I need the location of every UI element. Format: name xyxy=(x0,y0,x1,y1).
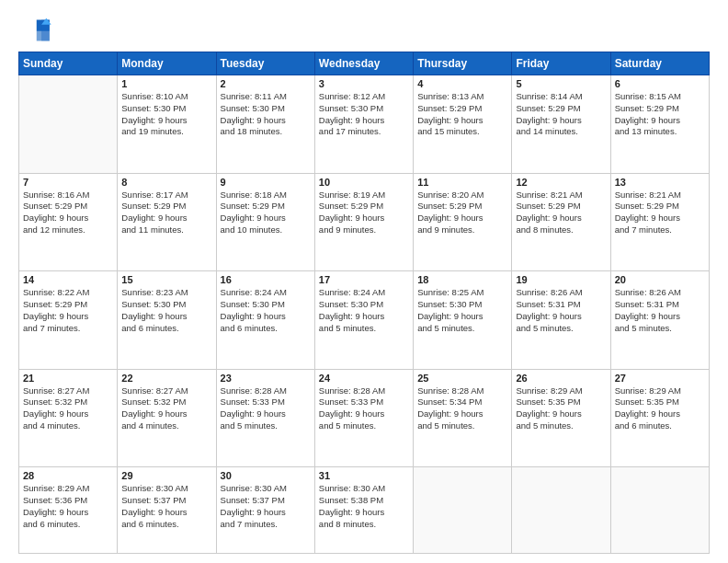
calendar-cell: 7Sunrise: 8:16 AM Sunset: 5:29 PM Daylig… xyxy=(19,173,118,271)
day-number: 15 xyxy=(121,274,211,285)
day-number: 10 xyxy=(319,177,409,188)
calendar-week-row: 21Sunrise: 8:27 AM Sunset: 5:32 PM Dayli… xyxy=(19,369,710,467)
day-number: 5 xyxy=(516,78,606,89)
day-number: 26 xyxy=(516,373,606,384)
day-info: Sunrise: 8:14 AM Sunset: 5:29 PM Dayligh… xyxy=(516,91,606,138)
calendar-cell: 25Sunrise: 8:28 AM Sunset: 5:34 PM Dayli… xyxy=(414,369,512,467)
day-info: Sunrise: 8:28 AM Sunset: 5:33 PM Dayligh… xyxy=(319,385,409,432)
day-number: 18 xyxy=(417,274,507,285)
calendar-cell: 14Sunrise: 8:22 AM Sunset: 5:29 PM Dayli… xyxy=(19,271,118,370)
calendar-cell: 20Sunrise: 8:26 AM Sunset: 5:31 PM Dayli… xyxy=(610,271,709,370)
weekday-header: Friday xyxy=(512,52,610,75)
calendar-cell: 16Sunrise: 8:24 AM Sunset: 5:30 PM Dayli… xyxy=(216,271,314,370)
calendar-cell: 23Sunrise: 8:28 AM Sunset: 5:33 PM Dayli… xyxy=(216,369,314,467)
day-number: 22 xyxy=(121,373,211,384)
day-info: Sunrise: 8:12 AM Sunset: 5:30 PM Dayligh… xyxy=(319,91,409,138)
calendar-week-row: 7Sunrise: 8:16 AM Sunset: 5:29 PM Daylig… xyxy=(19,173,710,271)
day-number: 11 xyxy=(417,177,507,188)
day-number: 25 xyxy=(417,373,507,384)
calendar-cell xyxy=(414,467,512,554)
calendar-cell: 6Sunrise: 8:15 AM Sunset: 5:29 PM Daylig… xyxy=(610,75,709,174)
day-info: Sunrise: 8:13 AM Sunset: 5:29 PM Dayligh… xyxy=(417,91,507,138)
day-number: 19 xyxy=(516,274,606,285)
weekday-header: Saturday xyxy=(610,52,709,75)
day-info: Sunrise: 8:21 AM Sunset: 5:29 PM Dayligh… xyxy=(615,190,705,236)
calendar-week-row: 1Sunrise: 8:10 AM Sunset: 5:30 PM Daylig… xyxy=(19,75,710,174)
weekday-header: Sunday xyxy=(19,52,118,75)
day-info: Sunrise: 8:11 AM Sunset: 5:30 PM Dayligh… xyxy=(221,91,311,138)
day-info: Sunrise: 8:24 AM Sunset: 5:30 PM Dayligh… xyxy=(319,287,409,334)
calendar-cell: 5Sunrise: 8:14 AM Sunset: 5:29 PM Daylig… xyxy=(512,75,610,174)
calendar-cell: 17Sunrise: 8:24 AM Sunset: 5:30 PM Dayli… xyxy=(314,271,413,370)
page: SundayMondayTuesdayWednesdayThursdayFrid… xyxy=(0,0,728,563)
calendar-cell: 9Sunrise: 8:18 AM Sunset: 5:29 PM Daylig… xyxy=(216,173,314,271)
day-info: Sunrise: 8:19 AM Sunset: 5:29 PM Dayligh… xyxy=(319,190,409,236)
day-number: 21 xyxy=(23,373,113,384)
day-number: 31 xyxy=(319,470,409,481)
header xyxy=(18,17,710,44)
day-number: 28 xyxy=(23,470,113,481)
day-number: 1 xyxy=(121,78,211,89)
calendar-cell: 10Sunrise: 8:19 AM Sunset: 5:29 PM Dayli… xyxy=(314,173,413,271)
day-number: 17 xyxy=(319,274,409,285)
calendar-cell: 13Sunrise: 8:21 AM Sunset: 5:29 PM Dayli… xyxy=(610,173,709,271)
day-info: Sunrise: 8:24 AM Sunset: 5:30 PM Dayligh… xyxy=(221,287,311,334)
calendar-cell: 15Sunrise: 8:23 AM Sunset: 5:30 PM Dayli… xyxy=(118,271,216,370)
logo-icon xyxy=(18,17,51,44)
calendar-cell: 26Sunrise: 8:29 AM Sunset: 5:35 PM Dayli… xyxy=(512,369,610,467)
day-info: Sunrise: 8:27 AM Sunset: 5:32 PM Dayligh… xyxy=(121,385,211,432)
day-number: 9 xyxy=(221,177,311,188)
calendar-week-row: 14Sunrise: 8:22 AM Sunset: 5:29 PM Dayli… xyxy=(19,271,710,370)
day-number: 13 xyxy=(615,177,705,188)
calendar-cell: 18Sunrise: 8:25 AM Sunset: 5:30 PM Dayli… xyxy=(414,271,512,370)
day-info: Sunrise: 8:30 AM Sunset: 5:38 PM Dayligh… xyxy=(319,483,409,530)
day-info: Sunrise: 8:29 AM Sunset: 5:35 PM Dayligh… xyxy=(615,385,705,432)
calendar-cell: 3Sunrise: 8:12 AM Sunset: 5:30 PM Daylig… xyxy=(314,75,413,174)
day-info: Sunrise: 8:20 AM Sunset: 5:29 PM Dayligh… xyxy=(417,190,507,236)
calendar-cell: 1Sunrise: 8:10 AM Sunset: 5:30 PM Daylig… xyxy=(118,75,216,174)
day-number: 29 xyxy=(121,470,211,481)
day-info: Sunrise: 8:25 AM Sunset: 5:30 PM Dayligh… xyxy=(417,287,507,334)
calendar-cell: 29Sunrise: 8:30 AM Sunset: 5:37 PM Dayli… xyxy=(118,467,216,554)
day-info: Sunrise: 8:15 AM Sunset: 5:29 PM Dayligh… xyxy=(615,91,705,138)
calendar-cell xyxy=(610,467,709,554)
day-number: 4 xyxy=(417,78,507,89)
calendar-cell: 11Sunrise: 8:20 AM Sunset: 5:29 PM Dayli… xyxy=(414,173,512,271)
calendar-cell: 30Sunrise: 8:30 AM Sunset: 5:37 PM Dayli… xyxy=(216,467,314,554)
weekday-header: Thursday xyxy=(414,52,512,75)
day-info: Sunrise: 8:30 AM Sunset: 5:37 PM Dayligh… xyxy=(121,483,211,530)
day-info: Sunrise: 8:28 AM Sunset: 5:34 PM Dayligh… xyxy=(417,385,507,432)
day-info: Sunrise: 8:16 AM Sunset: 5:29 PM Dayligh… xyxy=(23,190,113,236)
calendar-cell: 8Sunrise: 8:17 AM Sunset: 5:29 PM Daylig… xyxy=(118,173,216,271)
calendar-header-row: SundayMondayTuesdayWednesdayThursdayFrid… xyxy=(19,52,710,75)
day-info: Sunrise: 8:27 AM Sunset: 5:32 PM Dayligh… xyxy=(23,385,113,432)
day-info: Sunrise: 8:10 AM Sunset: 5:30 PM Dayligh… xyxy=(121,91,211,138)
day-number: 12 xyxy=(516,177,606,188)
calendar-cell xyxy=(512,467,610,554)
day-number: 30 xyxy=(221,470,311,481)
day-info: Sunrise: 8:23 AM Sunset: 5:30 PM Dayligh… xyxy=(121,287,211,334)
day-info: Sunrise: 8:29 AM Sunset: 5:36 PM Dayligh… xyxy=(23,483,113,530)
day-number: 3 xyxy=(319,78,409,89)
calendar-table: SundayMondayTuesdayWednesdayThursdayFrid… xyxy=(18,52,710,554)
day-info: Sunrise: 8:30 AM Sunset: 5:37 PM Dayligh… xyxy=(221,483,311,530)
day-number: 6 xyxy=(615,78,705,89)
day-number: 8 xyxy=(121,177,211,188)
calendar-cell: 2Sunrise: 8:11 AM Sunset: 5:30 PM Daylig… xyxy=(216,75,314,174)
day-info: Sunrise: 8:17 AM Sunset: 5:29 PM Dayligh… xyxy=(121,190,211,236)
day-number: 2 xyxy=(221,78,311,89)
calendar-cell: 24Sunrise: 8:28 AM Sunset: 5:33 PM Dayli… xyxy=(314,369,413,467)
calendar-week-row: 28Sunrise: 8:29 AM Sunset: 5:36 PM Dayli… xyxy=(19,467,710,554)
weekday-header: Wednesday xyxy=(314,52,413,75)
calendar-cell: 21Sunrise: 8:27 AM Sunset: 5:32 PM Dayli… xyxy=(19,369,118,467)
day-number: 20 xyxy=(615,274,705,285)
logo xyxy=(18,17,55,44)
day-number: 16 xyxy=(221,274,311,285)
day-info: Sunrise: 8:18 AM Sunset: 5:29 PM Dayligh… xyxy=(221,190,311,236)
day-number: 23 xyxy=(221,373,311,384)
calendar-cell: 27Sunrise: 8:29 AM Sunset: 5:35 PM Dayli… xyxy=(610,369,709,467)
day-info: Sunrise: 8:28 AM Sunset: 5:33 PM Dayligh… xyxy=(221,385,311,432)
calendar-cell: 19Sunrise: 8:26 AM Sunset: 5:31 PM Dayli… xyxy=(512,271,610,370)
calendar-cell: 31Sunrise: 8:30 AM Sunset: 5:38 PM Dayli… xyxy=(314,467,413,554)
calendar-cell: 22Sunrise: 8:27 AM Sunset: 5:32 PM Dayli… xyxy=(118,369,216,467)
